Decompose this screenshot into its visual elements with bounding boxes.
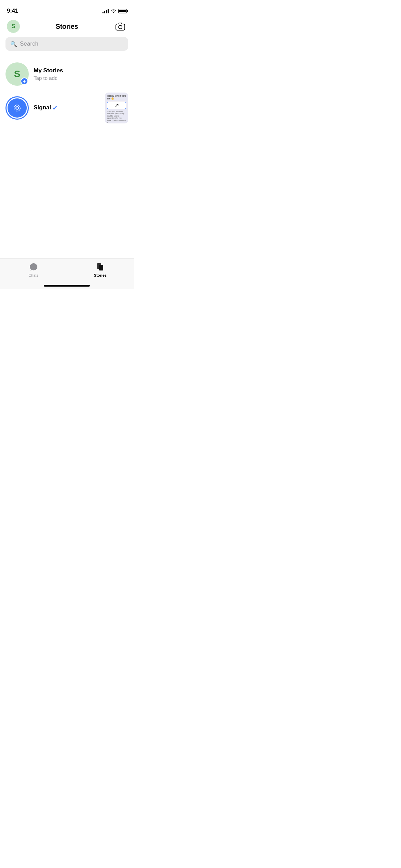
battery-icon [118, 9, 127, 13]
my-stories-subtitle: Tap to add [34, 75, 128, 81]
stories-list: S + My Stories Tap to add Signal ✔︎ [0, 56, 134, 130]
status-time: 9:41 [7, 8, 18, 14]
signal-story-name-row: Signal ✔︎ [34, 104, 100, 112]
svg-point-1 [119, 25, 122, 29]
thumbnail-screen: ↗ [107, 102, 126, 109]
chats-tab-icon [29, 262, 38, 272]
signal-strength-icon [102, 9, 109, 13]
thumbnail-header: Ready when you are 👋 [107, 95, 126, 100]
signal-story-name: Signal [34, 104, 51, 111]
tab-chats[interactable]: Chats [0, 262, 67, 277]
verified-badge-icon: ✔︎ [52, 104, 58, 112]
tab-stories[interactable]: Stories [67, 262, 134, 277]
search-bar[interactable]: 🔍 Search [5, 37, 128, 51]
home-indicator [44, 285, 90, 287]
add-story-badge: + [21, 77, 28, 85]
nav-header: S Stories [0, 17, 134, 37]
signal-story-avatar [5, 96, 29, 120]
status-icons [102, 9, 127, 13]
camera-icon [116, 22, 125, 31]
signal-avatar-inner [8, 98, 27, 118]
camera-button[interactable] [114, 20, 127, 33]
search-input-placeholder: Search [20, 40, 38, 47]
svg-point-4 [16, 107, 18, 109]
thumbnail-arrow: ↗ [114, 102, 119, 109]
my-stories-avatar: S + [5, 62, 29, 86]
page-title: Stories [56, 23, 78, 31]
my-stories-item[interactable]: S + My Stories Tap to add [0, 59, 134, 89]
svg-rect-6 [99, 265, 103, 270]
status-bar: 9:41 [0, 0, 134, 17]
signal-story-thumbnail: Ready when you are 👋 ↗ Share your first … [105, 93, 128, 123]
signal-story-item[interactable]: Signal ✔︎ Ready when you are 👋 ↗ Share y… [0, 89, 134, 127]
search-container: 🔍 Search [0, 37, 134, 56]
signal-logo-icon [12, 103, 22, 113]
my-stories-info: My Stories Tap to add [34, 67, 128, 81]
chats-tab-label: Chats [28, 273, 38, 277]
svg-rect-0 [116, 24, 125, 30]
wifi-icon [111, 9, 116, 13]
search-icon: 🔍 [10, 41, 17, 47]
stories-tab-label: Stories [94, 273, 107, 277]
user-avatar[interactable]: S [7, 20, 20, 33]
signal-story-info: Signal ✔︎ [34, 104, 100, 112]
stories-tab-icon [96, 262, 105, 272]
my-stories-name: My Stories [34, 67, 128, 74]
thumbnail-body: Share your first story whenever you're r… [107, 110, 126, 123]
